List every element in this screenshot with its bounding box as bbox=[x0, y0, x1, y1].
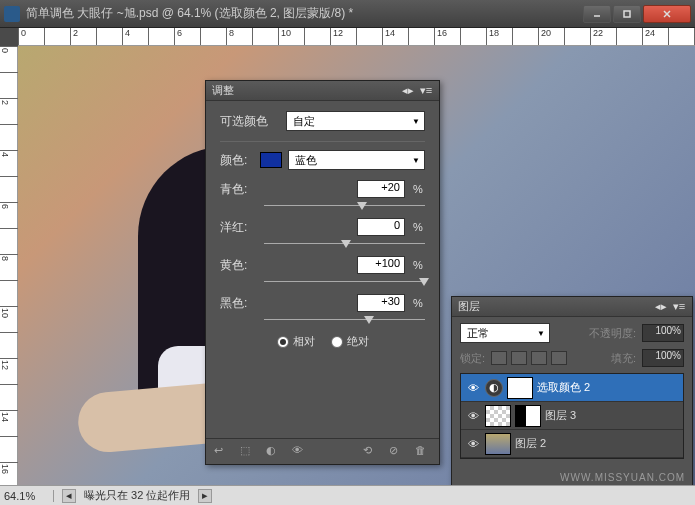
slider-row: 黑色:+30% bbox=[220, 294, 425, 326]
radio-absolute[interactable]: 绝对 bbox=[331, 334, 369, 349]
status-info: 曝光只在 32 位起作用 bbox=[84, 488, 190, 503]
slider-label: 洋红: bbox=[220, 219, 260, 236]
layer-row[interactable]: 👁 图层 3 bbox=[461, 402, 683, 430]
layer-name: 图层 2 bbox=[515, 436, 546, 451]
watermark: WWW.MISSYUAN.COM bbox=[560, 472, 685, 483]
zoom-level[interactable]: 64.1% bbox=[4, 490, 54, 502]
layers-header[interactable]: 图层 ◂▸ ▾≡ bbox=[452, 297, 692, 317]
collapse-icon[interactable]: ◂▸ bbox=[401, 84, 415, 98]
ruler-vertical[interactable]: 024681012141618 bbox=[0, 46, 18, 485]
preset-select[interactable]: 自定 bbox=[286, 111, 425, 131]
nav-left-icon[interactable]: ◂ bbox=[62, 489, 76, 503]
clip-icon[interactable]: ◐ bbox=[266, 444, 282, 460]
layer-list: 👁 ◐ 选取颜色 2 👁 图层 3 👁 图层 2 bbox=[460, 373, 684, 459]
color-swatch bbox=[260, 152, 282, 168]
adjustment-icon: ◐ bbox=[485, 379, 503, 397]
slider-row: 洋红:0% bbox=[220, 218, 425, 250]
adjustments-title: 调整 bbox=[212, 83, 234, 98]
minimize-button[interactable] bbox=[583, 5, 611, 23]
layer-name: 选取颜色 2 bbox=[537, 380, 590, 395]
visibility-icon[interactable]: 👁 bbox=[465, 408, 481, 424]
layer-row[interactable]: 👁 ◐ 选取颜色 2 bbox=[461, 374, 683, 402]
eye-icon[interactable]: 👁 bbox=[292, 444, 308, 460]
app-icon bbox=[4, 6, 20, 22]
slider-track[interactable] bbox=[264, 276, 425, 288]
blend-mode-select[interactable]: 正常 bbox=[460, 323, 550, 343]
visibility-icon[interactable]: 👁 bbox=[465, 436, 481, 452]
lock-transparency-icon[interactable] bbox=[491, 351, 507, 365]
menu-icon[interactable]: ▾≡ bbox=[672, 300, 686, 314]
slider-thumb[interactable] bbox=[341, 240, 351, 248]
layer-mask[interactable] bbox=[507, 377, 533, 399]
svg-rect-1 bbox=[624, 11, 630, 17]
trash-icon[interactable]: 🗑 bbox=[415, 444, 431, 460]
color-select[interactable]: 蓝色 bbox=[288, 150, 425, 170]
layer-thumb bbox=[485, 405, 511, 427]
radio-relative[interactable]: 相对 bbox=[277, 334, 315, 349]
slider-label: 黑色: bbox=[220, 295, 260, 312]
slider-label: 青色: bbox=[220, 181, 260, 198]
slider-row: 青色:+20% bbox=[220, 180, 425, 212]
return-icon[interactable]: ↩ bbox=[214, 444, 230, 460]
fill-value[interactable]: 100% bbox=[642, 349, 684, 367]
layer-thumb bbox=[485, 433, 511, 455]
adjustments-footer: ↩ ⬚ ◐ 👁 ⟲ ⊘ 🗑 bbox=[206, 438, 439, 464]
layers-title: 图层 bbox=[458, 299, 480, 314]
slider-track[interactable] bbox=[264, 238, 425, 250]
lock-position-icon[interactable] bbox=[531, 351, 547, 365]
visibility-icon[interactable]: 👁 bbox=[465, 380, 481, 396]
prev-icon[interactable]: ⟲ bbox=[363, 444, 379, 460]
close-button[interactable] bbox=[643, 5, 691, 23]
lock-label: 锁定: bbox=[460, 351, 485, 366]
slider-thumb[interactable] bbox=[419, 278, 429, 286]
lock-pixels-icon[interactable] bbox=[511, 351, 527, 365]
slider-value[interactable]: +30 bbox=[357, 294, 405, 312]
slider-row: 黄色:+100% bbox=[220, 256, 425, 288]
fill-label: 填充: bbox=[611, 351, 636, 366]
slider-value[interactable]: 0 bbox=[357, 218, 405, 236]
opacity-label: 不透明度: bbox=[589, 326, 636, 341]
layer-row[interactable]: 👁 图层 2 bbox=[461, 430, 683, 458]
statusbar: 64.1% ◂ 曝光只在 32 位起作用 ▸ bbox=[0, 485, 695, 505]
menu-icon[interactable]: ▾≡ bbox=[419, 84, 433, 98]
reset-icon[interactable]: ⊘ bbox=[389, 444, 405, 460]
slider-value[interactable]: +20 bbox=[357, 180, 405, 198]
opacity-value[interactable]: 100% bbox=[642, 324, 684, 342]
color-label: 颜色: bbox=[220, 152, 254, 169]
adjustments-header[interactable]: 调整 ◂▸ ▾≡ bbox=[206, 81, 439, 101]
adjustments-panel[interactable]: 调整 ◂▸ ▾≡ 可选颜色 自定 颜色: 蓝色 青色:+20%洋红:0%黄色:+… bbox=[205, 80, 440, 465]
lock-all-icon[interactable] bbox=[551, 351, 567, 365]
slider-track[interactable] bbox=[264, 200, 425, 212]
slider-value[interactable]: +100 bbox=[357, 256, 405, 274]
slider-thumb[interactable] bbox=[364, 316, 374, 324]
maximize-button[interactable] bbox=[613, 5, 641, 23]
preset-label: 可选颜色 bbox=[220, 113, 280, 130]
expand-icon[interactable]: ⬚ bbox=[240, 444, 256, 460]
layers-panel[interactable]: 图层 ◂▸ ▾≡ 正常 不透明度: 100% 锁定: 填充: 100% 👁 bbox=[451, 296, 693, 491]
window-title: 简单调色 大眼仔 ~旭.psd @ 64.1% (选取颜色 2, 图层蒙版/8)… bbox=[26, 5, 583, 22]
collapse-icon[interactable]: ◂▸ bbox=[654, 300, 668, 314]
layer-name: 图层 3 bbox=[545, 408, 576, 423]
slider-label: 黄色: bbox=[220, 257, 260, 274]
slider-thumb[interactable] bbox=[357, 202, 367, 210]
ruler-horizontal[interactable]: 02468101214161820222426 bbox=[18, 28, 695, 46]
layer-mask[interactable] bbox=[515, 405, 541, 427]
nav-right-icon[interactable]: ▸ bbox=[198, 489, 212, 503]
titlebar: 简单调色 大眼仔 ~旭.psd @ 64.1% (选取颜色 2, 图层蒙版/8)… bbox=[0, 0, 695, 28]
slider-track[interactable] bbox=[264, 314, 425, 326]
